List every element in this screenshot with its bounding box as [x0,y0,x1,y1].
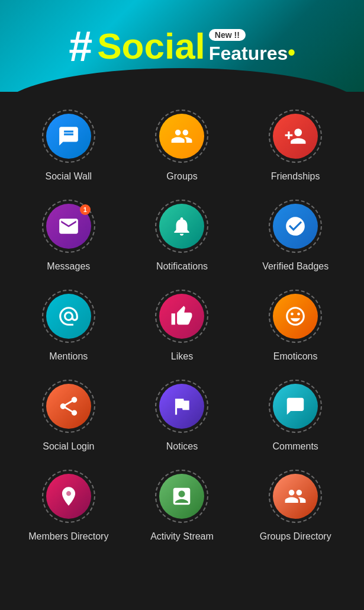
item-label-notifications: Notifications [156,261,208,272]
header-new-badge: New !! [209,29,246,41]
grid-item-activity-stream[interactable]: Activity Stream [125,470,239,542]
icon-circle-activity-stream [155,470,208,523]
icon-inner-emoticons [273,294,318,339]
header-hash: # [69,25,92,68]
features-grid: Social Wall Groups Friendships 1 Message… [0,92,364,554]
icon-inner-comments [273,384,318,429]
header-features-text: Features• [209,42,295,63]
icon-inner-groups-directory [273,474,318,519]
item-label-notices: Notices [166,441,198,452]
badge-count: 1 [80,204,91,215]
item-label-emoticons: Emoticons [273,351,318,362]
grid-item-verified-badges[interactable]: Verified Badges [239,200,352,272]
icon-inner-groups [159,114,204,159]
grid-item-notifications[interactable]: Notifications [125,200,239,272]
icon-circle-emoticons [269,290,322,343]
grid-item-groups[interactable]: Groups [125,110,239,182]
header-social-text: Social [97,28,205,65]
icon-circle-friendships [269,110,322,163]
grid-item-comments[interactable]: Comments [239,380,352,452]
icon-circle-social-wall [42,110,95,163]
item-label-social-login: Social Login [43,441,94,452]
item-label-friendships: Friendships [271,171,320,182]
grid-item-notices[interactable]: Notices [125,380,239,452]
svg-rect-1 [0,8,22,14]
icon-circle-verified-badges [269,200,322,253]
item-label-verified-badges: Verified Badges [262,261,328,272]
icon-circle-likes [155,290,208,343]
grid-item-social-wall[interactable]: Social Wall [12,110,125,182]
icon-inner-notifications [159,204,204,249]
icon-circle-members-directory [42,470,95,523]
grid-item-mentions[interactable]: Mentions [12,290,125,362]
icon-circle-mentions [42,290,95,343]
item-label-likes: Likes [171,351,193,362]
item-label-social-wall: Social Wall [46,171,92,182]
icon-circle-social-login [42,380,95,433]
grid-item-members-directory[interactable]: Members Directory [12,470,125,542]
icon-inner-friendships [273,114,318,159]
icon-inner-members-directory [46,474,91,519]
icon-circle-comments [269,380,322,433]
grid-item-social-login[interactable]: Social Login [12,380,125,452]
item-label-members-directory: Members Directory [28,531,108,542]
icon-inner-notices [159,384,204,429]
grid-item-emoticons[interactable]: Emoticons [239,290,352,362]
header: # Social New !! Features• [0,0,364,92]
icon-inner-likes [159,294,204,339]
grid-item-messages[interactable]: 1 Messages [12,200,125,272]
header-dot: • [288,40,295,65]
svg-point-2 [66,491,71,496]
item-label-messages: Messages [47,261,90,272]
icon-inner-activity-stream [159,474,204,519]
icon-circle-groups-directory [269,470,322,523]
grid-item-friendships[interactable]: Friendships [239,110,352,182]
item-label-comments: Comments [272,441,318,452]
grid-item-likes[interactable]: Likes [125,290,239,362]
item-label-mentions: Mentions [49,351,88,362]
icon-inner-social-login [46,384,91,429]
icon-circle-notifications [155,200,208,253]
icon-circle-messages: 1 [42,200,95,253]
item-label-groups: Groups [166,171,197,182]
header-features-wrap: New !! Features• [209,29,295,63]
header-content: # Social New !! Features• [69,25,295,68]
item-label-groups-directory: Groups Directory [260,531,331,542]
grid-item-groups-directory[interactable]: Groups Directory [239,470,352,542]
icon-circle-groups [155,110,208,163]
icon-inner-verified-badges [273,204,318,249]
icon-inner-social-wall [46,114,91,159]
icon-inner-mentions [46,294,91,339]
item-label-activity-stream: Activity Stream [150,531,214,542]
icon-circle-notices [155,380,208,433]
